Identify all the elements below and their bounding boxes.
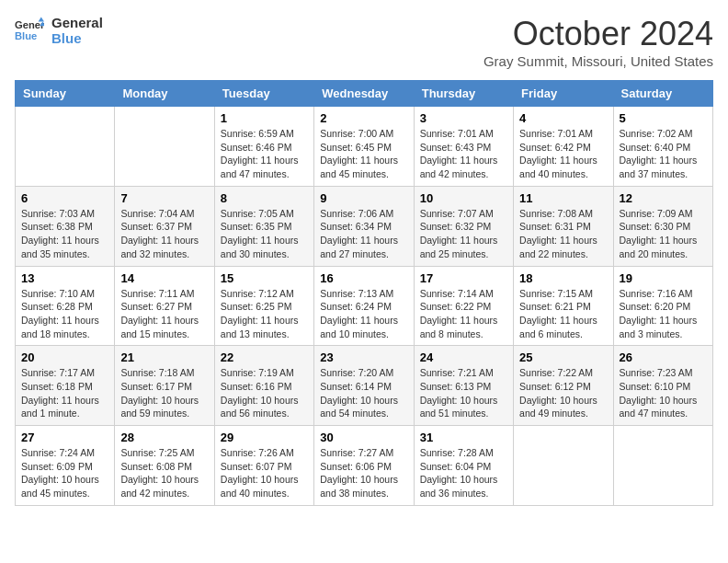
day-info: Sunrise: 7:17 AMSunset: 6:18 PMDaylight:… — [21, 366, 108, 420]
day-number: 21 — [120, 350, 208, 364]
day-number: 11 — [519, 191, 607, 205]
calendar-week-row: 27Sunrise: 7:24 AMSunset: 6:09 PMDayligh… — [16, 426, 713, 506]
day-info: Sunrise: 7:03 AMSunset: 6:38 PMDaylight:… — [21, 207, 108, 261]
day-number: 24 — [420, 350, 507, 364]
calendar-day-cell: 20Sunrise: 7:17 AMSunset: 6:18 PMDayligh… — [16, 346, 115, 426]
calendar-day-cell: 8Sunrise: 7:05 AMSunset: 6:35 PMDaylight… — [214, 186, 313, 266]
day-number: 2 — [320, 111, 407, 125]
calendar-day-cell — [613, 426, 712, 506]
calendar-day-cell: 17Sunrise: 7:14 AMSunset: 6:22 PMDayligh… — [414, 266, 513, 346]
day-info: Sunrise: 7:06 AMSunset: 6:34 PMDaylight:… — [320, 207, 407, 261]
day-info: Sunrise: 7:12 AMSunset: 6:25 PMDaylight:… — [221, 287, 308, 341]
day-info: Sunrise: 7:26 AMSunset: 6:07 PMDaylight:… — [221, 446, 308, 500]
weekday-header: Monday — [115, 81, 214, 107]
calendar-day-cell — [115, 107, 214, 187]
day-number: 19 — [620, 271, 707, 285]
calendar-day-cell: 18Sunrise: 7:15 AMSunset: 6:21 PMDayligh… — [514, 266, 613, 346]
calendar-day-cell: 31Sunrise: 7:28 AMSunset: 6:04 PMDayligh… — [414, 426, 513, 506]
day-number: 6 — [21, 191, 108, 205]
calendar-day-cell: 10Sunrise: 7:07 AMSunset: 6:32 PMDayligh… — [414, 186, 513, 266]
calendar-day-cell: 24Sunrise: 7:21 AMSunset: 6:13 PMDayligh… — [414, 346, 513, 426]
calendar-day-cell — [514, 426, 613, 506]
day-number: 31 — [420, 431, 507, 444]
day-info: Sunrise: 7:01 AMSunset: 6:43 PMDaylight:… — [420, 127, 507, 181]
day-number: 14 — [120, 271, 208, 285]
day-info: Sunrise: 7:13 AMSunset: 6:24 PMDaylight:… — [320, 287, 407, 341]
day-info: Sunrise: 7:20 AMSunset: 6:14 PMDaylight:… — [320, 366, 407, 420]
day-number: 10 — [420, 191, 507, 205]
day-number: 27 — [21, 431, 108, 444]
calendar-day-cell: 11Sunrise: 7:08 AMSunset: 6:31 PMDayligh… — [514, 186, 613, 266]
day-number: 18 — [519, 271, 607, 285]
weekday-header: Friday — [514, 81, 613, 107]
month-year-title: October 2024 — [483, 15, 713, 53]
calendar-week-row: 1Sunrise: 6:59 AMSunset: 6:46 PMDaylight… — [16, 107, 713, 187]
day-info: Sunrise: 7:01 AMSunset: 6:42 PMDaylight:… — [519, 127, 607, 181]
day-info: Sunrise: 6:59 AMSunset: 6:46 PMDaylight:… — [221, 127, 308, 181]
day-number: 4 — [519, 111, 607, 125]
day-number: 23 — [320, 350, 407, 364]
day-number: 25 — [519, 350, 607, 364]
weekday-header: Wednesday — [314, 81, 414, 107]
weekday-header: Tuesday — [214, 81, 313, 107]
calendar-week-row: 20Sunrise: 7:17 AMSunset: 6:18 PMDayligh… — [16, 346, 713, 426]
calendar-day-cell: 6Sunrise: 7:03 AMSunset: 6:38 PMDaylight… — [16, 186, 115, 266]
day-info: Sunrise: 7:18 AMSunset: 6:17 PMDaylight:… — [120, 366, 208, 420]
day-info: Sunrise: 7:22 AMSunset: 6:12 PMDaylight:… — [519, 366, 607, 420]
calendar-day-cell: 27Sunrise: 7:24 AMSunset: 6:09 PMDayligh… — [16, 426, 115, 506]
svg-text:Blue: Blue — [15, 30, 37, 41]
calendar-day-cell: 9Sunrise: 7:06 AMSunset: 6:34 PMDaylight… — [314, 186, 414, 266]
day-info: Sunrise: 7:16 AMSunset: 6:20 PMDaylight:… — [620, 287, 707, 341]
day-number: 13 — [21, 271, 108, 285]
calendar-day-cell: 28Sunrise: 7:25 AMSunset: 6:08 PMDayligh… — [115, 426, 214, 506]
weekday-header: Thursday — [414, 81, 513, 107]
day-info: Sunrise: 7:07 AMSunset: 6:32 PMDaylight:… — [420, 207, 507, 261]
day-number: 15 — [221, 271, 308, 285]
calendar-header-row: SundayMondayTuesdayWednesdayThursdayFrid… — [16, 81, 713, 107]
day-number: 30 — [320, 431, 407, 444]
day-number: 26 — [620, 350, 707, 364]
day-info: Sunrise: 7:27 AMSunset: 6:06 PMDaylight:… — [320, 446, 407, 500]
day-number: 28 — [120, 431, 208, 444]
page-header: General Blue General Blue October 2024 G… — [15, 15, 713, 69]
calendar-week-row: 6Sunrise: 7:03 AMSunset: 6:38 PMDaylight… — [16, 186, 713, 266]
day-info: Sunrise: 7:25 AMSunset: 6:08 PMDaylight:… — [120, 446, 208, 500]
title-block: October 2024 Gray Summit, Missouri, Unit… — [483, 15, 713, 69]
calendar-week-row: 13Sunrise: 7:10 AMSunset: 6:28 PMDayligh… — [16, 266, 713, 346]
day-number: 3 — [420, 111, 507, 125]
day-info: Sunrise: 7:14 AMSunset: 6:22 PMDaylight:… — [420, 287, 507, 341]
calendar-day-cell: 22Sunrise: 7:19 AMSunset: 6:16 PMDayligh… — [214, 346, 313, 426]
day-number: 1 — [221, 111, 308, 125]
day-info: Sunrise: 7:04 AMSunset: 6:37 PMDaylight:… — [120, 207, 208, 261]
day-number: 20 — [21, 350, 108, 364]
day-number: 17 — [420, 271, 507, 285]
calendar-day-cell: 7Sunrise: 7:04 AMSunset: 6:37 PMDaylight… — [115, 186, 214, 266]
calendar-day-cell: 3Sunrise: 7:01 AMSunset: 6:43 PMDaylight… — [414, 107, 513, 187]
day-number: 22 — [221, 350, 308, 364]
calendar-day-cell: 19Sunrise: 7:16 AMSunset: 6:20 PMDayligh… — [613, 266, 712, 346]
location-subtitle: Gray Summit, Missouri, United States — [483, 53, 713, 69]
logo-line2: Blue — [51, 30, 103, 46]
calendar-day-cell: 12Sunrise: 7:09 AMSunset: 6:30 PMDayligh… — [613, 186, 712, 266]
day-info: Sunrise: 7:05 AMSunset: 6:35 PMDaylight:… — [221, 207, 308, 261]
calendar-table: SundayMondayTuesdayWednesdayThursdayFrid… — [15, 80, 713, 506]
calendar-day-cell: 25Sunrise: 7:22 AMSunset: 6:12 PMDayligh… — [514, 346, 613, 426]
day-number: 16 — [320, 271, 407, 285]
day-info: Sunrise: 7:23 AMSunset: 6:10 PMDaylight:… — [620, 366, 707, 420]
calendar-day-cell: 26Sunrise: 7:23 AMSunset: 6:10 PMDayligh… — [613, 346, 712, 426]
day-number: 5 — [620, 111, 707, 125]
weekday-header: Sunday — [16, 81, 115, 107]
logo-line1: General — [51, 15, 103, 30]
day-info: Sunrise: 7:24 AMSunset: 6:09 PMDaylight:… — [21, 446, 108, 500]
calendar-day-cell: 1Sunrise: 6:59 AMSunset: 6:46 PMDaylight… — [214, 107, 313, 187]
calendar-day-cell: 21Sunrise: 7:18 AMSunset: 6:17 PMDayligh… — [115, 346, 214, 426]
day-number: 7 — [120, 191, 208, 205]
calendar-day-cell: 15Sunrise: 7:12 AMSunset: 6:25 PMDayligh… — [214, 266, 313, 346]
calendar-day-cell: 14Sunrise: 7:11 AMSunset: 6:27 PMDayligh… — [115, 266, 214, 346]
day-info: Sunrise: 7:02 AMSunset: 6:40 PMDaylight:… — [620, 127, 707, 181]
day-info: Sunrise: 7:21 AMSunset: 6:13 PMDaylight:… — [420, 366, 507, 420]
calendar-day-cell: 30Sunrise: 7:27 AMSunset: 6:06 PMDayligh… — [314, 426, 414, 506]
day-info: Sunrise: 7:19 AMSunset: 6:16 PMDaylight:… — [221, 366, 308, 420]
day-number: 9 — [320, 191, 407, 205]
calendar-day-cell — [16, 107, 115, 187]
